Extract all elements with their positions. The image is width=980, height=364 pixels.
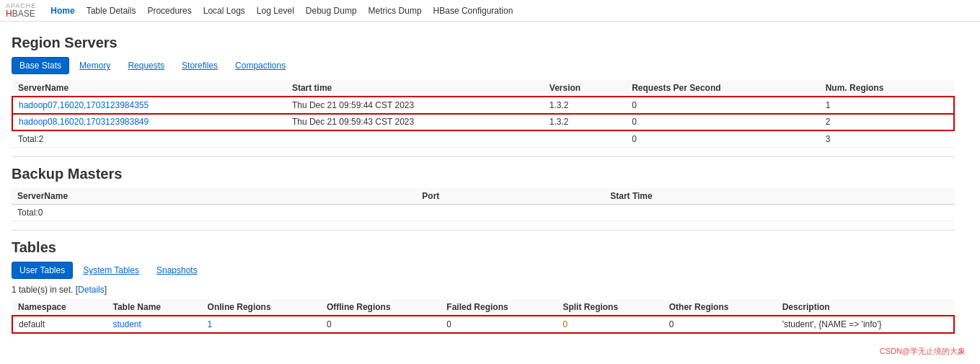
rs-tab-requests[interactable]: Requests xyxy=(120,57,172,74)
rs-tab-base-stats[interactable]: Base Stats xyxy=(12,57,69,74)
tables-cell-0-1[interactable]: student xyxy=(107,316,202,333)
tables-tab-system-tables[interactable]: System Tables xyxy=(76,262,146,279)
tables-section: Tables User TablesSystem TablesSnapshots… xyxy=(12,239,955,334)
rs-cell-0-2: 1.3.2 xyxy=(544,97,626,114)
tables-table-header: NamespaceTable NameOnline RegionsOffline… xyxy=(12,299,954,316)
tables-cell-0-0: default xyxy=(12,316,107,333)
rs-cell-1-1: Thu Dec 21 09:59:43 CST 2023 xyxy=(286,114,544,131)
region-servers-table-header: ServerNameStart timeVersionRequests Per … xyxy=(12,80,954,97)
rs-col-servername: ServerName xyxy=(12,80,286,97)
rs-cell-1-0[interactable]: hadoop08,16020,1703123983849 xyxy=(12,114,286,131)
tables-table-body: defaultstudent10000'student', {NAME => '… xyxy=(12,316,954,333)
nav-link-metrics-dump[interactable]: Metrics Dump xyxy=(368,6,422,16)
tables-tabs: User TablesSystem TablesSnapshots xyxy=(12,262,955,279)
tables-tab-user-tables[interactable]: User Tables xyxy=(12,262,73,279)
bm-col-port: Port xyxy=(416,188,604,205)
table-info: 1 table(s) in set. [Details] xyxy=(12,285,955,295)
rs-col-requests-per-second: Requests Per Second xyxy=(626,80,820,97)
tables-col-other-regions: Other Regions xyxy=(663,299,777,316)
rs-col-num.-regions: Num. Regions xyxy=(820,80,954,97)
rs-total-cell-2 xyxy=(544,130,626,148)
nav-link-log-level[interactable]: Log Level xyxy=(257,6,294,16)
backup-masters-title: Backup Masters xyxy=(12,166,955,182)
region-servers-title: Region Servers xyxy=(12,35,955,51)
rs-row-1: hadoop08,16020,1703123983849Thu Dec 21 0… xyxy=(12,114,954,131)
tables-table: NamespaceTable NameOnline RegionsOffline… xyxy=(12,299,955,334)
tables-cell-0-4: 0 xyxy=(441,316,557,333)
region-servers-tabs: Base StatsMemoryRequestsStorefilesCompac… xyxy=(12,57,955,74)
logo-base: BASE xyxy=(12,9,35,19)
separator-2 xyxy=(12,230,955,231)
rs-cell-0-0[interactable]: hadoop07,16020,1703123984355 xyxy=(12,97,286,114)
rs-row-0: hadoop07,16020,1703123984355Thu Dec 21 0… xyxy=(12,97,954,114)
bm-col-start-time: Start Time xyxy=(604,188,955,205)
rs-tab-compactions[interactable]: Compactions xyxy=(228,57,293,74)
separator-1 xyxy=(12,156,955,157)
rs-total-cell-4: 3 xyxy=(820,130,954,148)
region-servers-table-body: hadoop07,16020,1703123984355Thu Dec 21 0… xyxy=(12,97,954,148)
rs-tab-storefiles[interactable]: Storefiles xyxy=(175,57,225,74)
tables-cell-0-2[interactable]: 1 xyxy=(202,316,321,333)
tables-cell-0-3: 0 xyxy=(321,316,441,333)
tables-cell-0-5: 0 xyxy=(557,316,663,333)
nav-link-table-details[interactable]: Table Details xyxy=(87,6,136,16)
backup-masters-table-body: Total:0 xyxy=(12,205,955,221)
tables-col-table-name: Table Name xyxy=(107,299,202,316)
backup-masters-table-header: ServerNamePortStart Time xyxy=(12,188,955,205)
region-servers-section: Region Servers Base StatsMemoryRequestsS… xyxy=(12,35,955,148)
rs-cell-1-4: 2 xyxy=(820,114,954,131)
nav-link-home[interactable]: Home xyxy=(50,6,74,16)
tables-col-split-regions: Split Regions xyxy=(557,299,663,316)
rs-total-cell-3: 0 xyxy=(626,130,820,148)
logo: APACHE HBASE xyxy=(6,3,36,18)
backup-masters-section: Backup Masters ServerNamePortStart Time … xyxy=(12,166,955,221)
rs-cell-1-2: 1.3.2 xyxy=(544,114,626,131)
tables-col-online-regions: Online Regions xyxy=(202,299,321,316)
tables-link-0-2[interactable]: 1 xyxy=(208,319,213,329)
main-content: Region Servers Base StatsMemoryRequestsS… xyxy=(0,22,966,341)
top-navigation: APACHE HBASE HomeTable DetailsProcedures… xyxy=(0,0,980,22)
tables-col-offline-regions: Offline Regions xyxy=(321,299,441,316)
bm-total-cell-3 xyxy=(604,205,955,221)
tables-col-failed-regions: Failed Regions xyxy=(441,299,557,316)
rs-server-link-1[interactable]: hadoop08,16020,1703123983849 xyxy=(19,117,149,127)
rs-col-start-time: Start time xyxy=(286,80,544,97)
bm-total-cell: Total:0 xyxy=(12,205,416,221)
tables-col-description: Description xyxy=(777,299,954,316)
rs-total-cell-1 xyxy=(286,130,544,148)
nav-link-local-logs[interactable]: Local Logs xyxy=(203,6,245,16)
rs-cell-1-3: 0 xyxy=(626,114,820,131)
nav-link-procedures[interactable]: Procedures xyxy=(147,6,191,16)
region-servers-table: ServerNameStart timeVersionRequests Per … xyxy=(12,80,955,148)
bm-total-cell-2 xyxy=(416,205,604,221)
bm-col-servername: ServerName xyxy=(12,188,416,205)
rs-total-row: Total:203 xyxy=(12,130,954,148)
rs-cell-0-3: 0 xyxy=(626,97,820,114)
rs-cell-0-1: Thu Dec 21 09:59:44 CST 2023 xyxy=(286,97,544,114)
tables-title: Tables xyxy=(12,239,955,256)
logo-h: H xyxy=(6,9,12,19)
nav-link-hbase-configuration[interactable]: HBase Configuration xyxy=(433,6,513,16)
rs-cell-0-4: 1 xyxy=(820,97,954,114)
logo-hbase: HBASE xyxy=(6,9,36,18)
rs-server-link-0[interactable]: hadoop07,16020,1703123984355 xyxy=(19,100,149,110)
rs-tab-memory[interactable]: Memory xyxy=(72,57,118,74)
details-link[interactable]: Details xyxy=(78,285,105,295)
tables-link-0-1[interactable]: student xyxy=(113,319,141,329)
tables-col-namespace: Namespace xyxy=(12,299,107,316)
tables-row-0: defaultstudent10000'student', {NAME => '… xyxy=(12,316,954,333)
backup-masters-table: ServerNamePortStart Time Total:0 xyxy=(12,188,955,221)
nav-links: HomeTable DetailsProceduresLocal LogsLog… xyxy=(50,6,513,16)
rs-total-cell-0: Total:2 xyxy=(12,130,286,148)
tables-tab-snapshots[interactable]: Snapshots xyxy=(149,262,205,279)
tables-cell-0-6: 0 xyxy=(663,316,777,333)
tables-cell-0-7: 'student', {NAME => 'info'} xyxy=(777,316,954,333)
rs-col-version: Version xyxy=(544,80,626,97)
bm-total-row: Total:0 xyxy=(12,205,955,221)
nav-link-debug-dump[interactable]: Debug Dump xyxy=(306,6,357,16)
